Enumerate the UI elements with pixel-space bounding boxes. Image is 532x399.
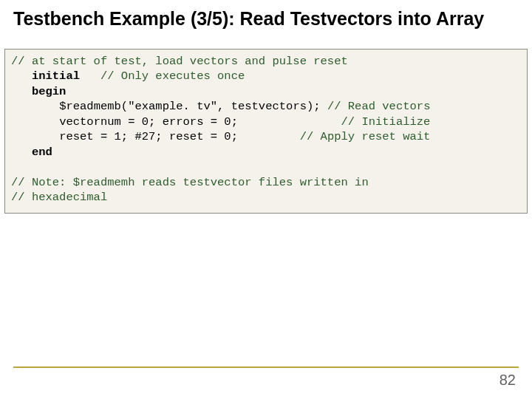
footer-rule <box>13 366 519 368</box>
keyword-initial: initial <box>32 69 80 83</box>
code-block: // at start of test, load vectors and pu… <box>4 49 528 214</box>
keyword-begin: begin <box>32 85 66 98</box>
comment-line: // Initialize <box>341 115 431 129</box>
code-content: // at start of test, load vectors and pu… <box>11 54 521 205</box>
code-stmt: $readmemb("example. tv", testvectors); <box>59 100 320 113</box>
comment-line: // Read vectors <box>327 100 431 113</box>
keyword-end: end <box>32 146 52 159</box>
comment-line: // hexadecimal <box>11 191 107 204</box>
code-stmt: reset = 1; #27; reset = 0; <box>59 130 238 143</box>
code-stmt: vectornum = 0; errors = 0; <box>59 115 238 129</box>
comment-line: // at start of test, load vectors and pu… <box>11 55 348 68</box>
comment-line: // Apply reset wait <box>300 130 431 143</box>
page-number: 82 <box>499 372 516 389</box>
comment-line: // Only executes once <box>100 69 245 83</box>
page-title: Testbench Example (3/5): Read Testvector… <box>13 7 519 30</box>
comment-line: // Note: $readmemh reads testvector file… <box>11 176 369 189</box>
slide: Testbench Example (3/5): Read Testvector… <box>0 0 532 399</box>
